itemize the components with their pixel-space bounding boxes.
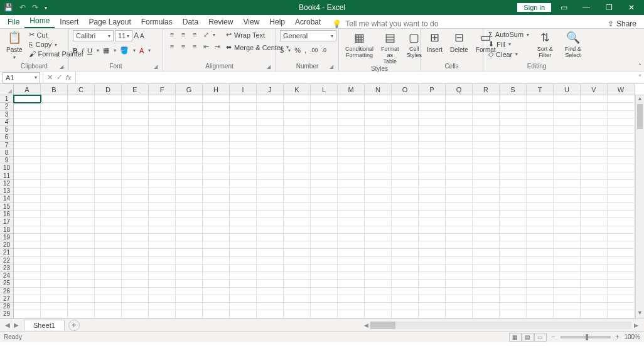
cell[interactable] xyxy=(284,95,311,103)
cell[interactable] xyxy=(149,303,176,310)
cell[interactable] xyxy=(392,157,419,164)
cell[interactable] xyxy=(122,126,149,134)
cell[interactable] xyxy=(527,234,554,241)
cell[interactable] xyxy=(473,103,500,110)
scroll-left-icon[interactable]: ◀ xyxy=(362,322,370,328)
cell[interactable] xyxy=(284,257,311,265)
cell[interactable] xyxy=(554,249,581,256)
cell[interactable] xyxy=(527,303,554,310)
cell[interactable] xyxy=(68,280,95,287)
cell[interactable] xyxy=(446,310,473,318)
cell[interactable] xyxy=(41,180,68,187)
cell[interactable] xyxy=(446,149,473,157)
row-header[interactable]: 1 xyxy=(0,95,14,103)
cell[interactable] xyxy=(14,187,41,195)
cell[interactable] xyxy=(365,241,392,249)
cell[interactable] xyxy=(446,111,473,118)
cell[interactable] xyxy=(149,164,176,172)
cell[interactable] xyxy=(527,241,554,249)
cell[interactable] xyxy=(41,126,68,134)
cell[interactable] xyxy=(14,257,41,265)
cell[interactable] xyxy=(14,310,41,318)
cell[interactable] xyxy=(527,126,554,134)
cell[interactable] xyxy=(338,295,365,303)
cell[interactable] xyxy=(527,157,554,164)
cell[interactable] xyxy=(338,203,365,211)
cell[interactable] xyxy=(68,195,95,202)
cell[interactable] xyxy=(419,265,446,272)
cell[interactable] xyxy=(581,126,608,134)
cell[interactable] xyxy=(176,126,203,134)
cell[interactable] xyxy=(581,272,608,280)
name-box[interactable]: A1▾ xyxy=(3,72,40,83)
cell[interactable] xyxy=(608,157,635,164)
cell[interactable] xyxy=(446,265,473,272)
row-header[interactable]: 9 xyxy=(0,157,14,164)
row-header[interactable]: 18 xyxy=(0,226,14,234)
cell[interactable] xyxy=(311,295,338,303)
cell[interactable] xyxy=(122,172,149,180)
cell[interactable] xyxy=(581,234,608,241)
cell[interactable] xyxy=(554,203,581,211)
cell[interactable] xyxy=(527,164,554,172)
row-header[interactable]: 7 xyxy=(0,142,14,149)
cell[interactable] xyxy=(203,180,230,187)
cell[interactable] xyxy=(176,249,203,256)
cell[interactable] xyxy=(554,195,581,202)
cell[interactable] xyxy=(14,203,41,211)
cell[interactable] xyxy=(527,265,554,272)
cell[interactable] xyxy=(365,111,392,118)
cell[interactable] xyxy=(230,126,257,134)
cell[interactable] xyxy=(311,310,338,318)
column-header[interactable]: K xyxy=(284,84,311,95)
decrease-font-icon[interactable]: A xyxy=(140,33,144,39)
zoom-slider[interactable] xyxy=(561,336,611,338)
cell[interactable] xyxy=(284,149,311,157)
cell[interactable] xyxy=(473,164,500,172)
cell[interactable] xyxy=(122,280,149,287)
cell[interactable] xyxy=(419,111,446,118)
font-color-icon[interactable]: A xyxy=(139,47,144,55)
cell[interactable] xyxy=(14,95,41,103)
cell[interactable] xyxy=(554,111,581,118)
cell[interactable] xyxy=(365,180,392,187)
cell[interactable] xyxy=(581,164,608,172)
cell[interactable] xyxy=(311,134,338,141)
cell[interactable] xyxy=(527,257,554,265)
insert-cells-button[interactable]: ⊞Insert xyxy=(424,30,445,53)
cell[interactable] xyxy=(203,303,230,310)
cell[interactable] xyxy=(284,187,311,195)
cell[interactable] xyxy=(608,164,635,172)
cell[interactable] xyxy=(122,187,149,195)
borders-icon[interactable]: ▦ xyxy=(103,46,109,55)
cell[interactable] xyxy=(149,226,176,234)
cell[interactable] xyxy=(500,249,527,256)
cell[interactable] xyxy=(68,272,95,280)
cell[interactable] xyxy=(500,234,527,241)
column-header[interactable]: M xyxy=(338,84,365,95)
cell[interactable] xyxy=(68,149,95,157)
cell[interactable] xyxy=(527,172,554,180)
cell[interactable] xyxy=(500,272,527,280)
cell[interactable] xyxy=(176,218,203,226)
cell[interactable] xyxy=(311,288,338,295)
increase-font-icon[interactable]: A xyxy=(134,31,139,40)
cell[interactable] xyxy=(41,265,68,272)
cell[interactable] xyxy=(473,157,500,164)
cell[interactable] xyxy=(527,134,554,141)
cell[interactable] xyxy=(176,226,203,234)
cell[interactable] xyxy=(338,226,365,234)
cell[interactable] xyxy=(41,272,68,280)
undo-icon[interactable]: ↶ xyxy=(19,3,26,12)
cell[interactable] xyxy=(149,265,176,272)
cell[interactable] xyxy=(473,265,500,272)
cell[interactable] xyxy=(554,226,581,234)
cell[interactable] xyxy=(338,241,365,249)
cell[interactable] xyxy=(392,218,419,226)
cell[interactable] xyxy=(500,265,527,272)
cell[interactable] xyxy=(149,187,176,195)
cell[interactable] xyxy=(446,241,473,249)
cell[interactable] xyxy=(311,157,338,164)
cell[interactable] xyxy=(581,111,608,118)
column-header[interactable]: T xyxy=(527,84,554,95)
